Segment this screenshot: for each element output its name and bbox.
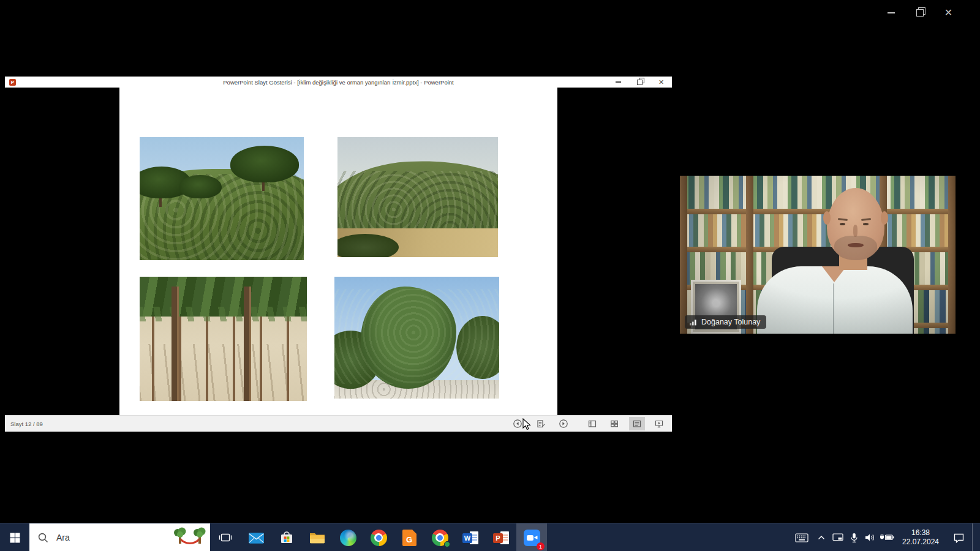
- camera-lens: [534, 536, 538, 539]
- slideshow-icon: [654, 419, 664, 429]
- powerpoint-window: P PowerPoint Slayt Gösterisi - [İklim de…: [5, 77, 672, 432]
- slide-canvas[interactable]: [119, 88, 557, 415]
- file-explorer-icon: [309, 530, 326, 545]
- system-minimize-button[interactable]: [876, 0, 905, 26]
- mail-icon: [248, 530, 265, 545]
- taskbar-app-microsoft-store[interactable]: [271, 523, 302, 551]
- taskbar-app-chrome[interactable]: [363, 523, 394, 551]
- search-input[interactable]: [55, 532, 149, 543]
- slide-sorter-view-button[interactable]: [606, 417, 622, 430]
- photo-shrub-hill: [337, 137, 498, 257]
- ppt-minimize-button[interactable]: [608, 77, 629, 88]
- camera-body: [527, 535, 533, 541]
- photo-juniper-shrubs: [334, 277, 499, 399]
- powerpoint-tile: P: [493, 533, 503, 543]
- close-icon: ✕: [944, 8, 952, 18]
- clock-time: 16:38: [911, 528, 930, 538]
- battery-charging-icon: [880, 533, 894, 542]
- mouse-cursor: [522, 418, 532, 431]
- desktop: ✕ P PowerPoint Slayt Gösterisi - [İklim …: [0, 0, 980, 551]
- circled-left-arrow-icon: [513, 419, 522, 429]
- action-center-icon: [953, 533, 965, 543]
- minimize-icon: [616, 81, 621, 83]
- profile-badge: [444, 541, 450, 547]
- reading-view-button[interactable]: [629, 417, 645, 430]
- slide-counter: Slayt 12 / 89: [10, 421, 43, 427]
- signal-strength-icon: [689, 318, 698, 326]
- cast-button[interactable]: [830, 523, 846, 551]
- webcam-video: Doğanay Tolunay: [680, 176, 956, 334]
- taskbar-app-word[interactable]: W: [455, 523, 486, 551]
- taskbar-app-edge[interactable]: [333, 523, 363, 551]
- taskbar-app-g-document[interactable]: G: [394, 523, 424, 551]
- g-document-icon: G: [402, 530, 417, 546]
- annotation-pen-button[interactable]: [533, 417, 549, 430]
- search-icon: [38, 533, 48, 543]
- edge-icon: [340, 530, 356, 546]
- cast-display-icon: [832, 533, 843, 542]
- task-view-button[interactable]: [210, 523, 241, 551]
- texture-layer: [334, 289, 499, 384]
- system-close-button[interactable]: ✕: [934, 0, 963, 26]
- start-button[interactable]: [0, 523, 29, 551]
- ppt-close-button[interactable]: ✕: [650, 77, 672, 88]
- taskbar: G W P 1: [0, 523, 980, 551]
- taskbar-app-zoom[interactable]: 1: [516, 523, 547, 551]
- clock-date: 22.07.2024: [902, 538, 939, 547]
- taskbar-app-chrome-profile[interactable]: [424, 523, 455, 551]
- annotation-pen-icon: [536, 419, 546, 429]
- pine-canopy: [179, 175, 222, 198]
- search-highlight-trees-hammock-icon: [172, 527, 208, 549]
- microsoft-store-icon: [279, 530, 295, 545]
- task-view-icon: [219, 532, 232, 543]
- participant-name: Doğanay Tolunay: [701, 318, 760, 326]
- powerpoint-icon: P: [492, 530, 510, 546]
- circled-right-arrow-icon: [559, 419, 568, 429]
- volume-button[interactable]: [862, 523, 878, 551]
- close-icon: ✕: [658, 78, 664, 86]
- chrome-icon: [371, 530, 387, 546]
- normal-view-icon: [587, 419, 597, 429]
- restore-icon: [916, 9, 924, 17]
- photo-maquis-hillside: [140, 137, 304, 260]
- system-tray: 16:38 22.07.2024: [791, 523, 980, 551]
- taskbar-app-powerpoint[interactable]: P: [486, 523, 516, 551]
- touch-keyboard-button[interactable]: [791, 523, 813, 551]
- microphone-button[interactable]: [846, 523, 862, 551]
- speaker-icon: [865, 533, 875, 542]
- system-restore-button[interactable]: [905, 0, 934, 26]
- pine-canopy: [230, 146, 299, 182]
- taskbar-app-mail[interactable]: [241, 523, 271, 551]
- photo-pine-forest: [140, 277, 307, 401]
- minimize-icon: [888, 12, 895, 13]
- ppt-statusbar: Slayt 12 / 89: [5, 415, 672, 432]
- system-window-controls: ✕: [876, 0, 963, 26]
- restore-icon: [637, 80, 643, 85]
- reading-view-icon: [632, 419, 642, 429]
- taskbar-app-file-explorer[interactable]: [302, 523, 333, 551]
- search-box[interactable]: [29, 523, 210, 551]
- normal-view-button[interactable]: [584, 417, 600, 430]
- microphone-icon: [850, 533, 858, 543]
- powerpoint-titlebar: P PowerPoint Slayt Gösterisi - [İklim de…: [5, 77, 672, 88]
- slide-sorter-icon: [609, 419, 619, 429]
- hidden-icons-button[interactable]: [813, 523, 830, 551]
- participant-name-label: Doğanay Tolunay: [685, 315, 766, 329]
- action-center-button[interactable]: [945, 523, 972, 551]
- ppt-restore-button[interactable]: [629, 77, 650, 88]
- powerpoint-app-icon: P: [9, 79, 16, 86]
- next-slide-button[interactable]: [556, 417, 571, 430]
- near-trunks: [140, 287, 307, 401]
- vignette: [680, 176, 956, 334]
- slideshow-area: [5, 88, 672, 415]
- keyboard-icon: [795, 533, 809, 542]
- word-icon: W: [461, 530, 480, 546]
- power-battery-button[interactable]: [878, 523, 896, 551]
- taskbar-clock[interactable]: 16:38 22.07.2024: [896, 523, 945, 551]
- show-desktop-button[interactable]: [972, 523, 980, 551]
- word-tile: W: [462, 533, 472, 543]
- powerpoint-window-controls: ✕: [608, 77, 672, 88]
- chevron-up-icon: [818, 535, 825, 540]
- slideshow-view-button[interactable]: [651, 417, 667, 430]
- windows-logo-icon: [10, 533, 20, 543]
